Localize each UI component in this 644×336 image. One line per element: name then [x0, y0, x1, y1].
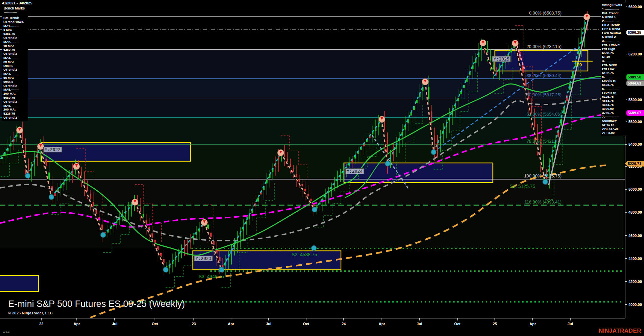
benchmarks-panel-line: UTrend 2 — [3, 68, 28, 72]
price-axis-label: 4400.00 — [628, 257, 642, 261]
swing-pivots-panel-line: 4538.75 — [602, 99, 626, 103]
year-range-box-label[interactable]: Y:2025 — [492, 56, 511, 62]
benchmarks-panel-line: 10 MA: — [3, 44, 28, 48]
swing-pivots-panel-line: Pvt. Next: — [602, 63, 626, 67]
svg-text:0.00% (6508.75): 0.00% (6508.75) — [529, 10, 561, 16]
benchmarks-panel-line: MA3.------- — [3, 56, 28, 60]
svg-text:20.00% (6232.15): 20.00% (6232.15) — [527, 44, 561, 49]
time-axis-label: 23 — [192, 322, 196, 326]
swing-pivots-panel-line: Levels R: — [602, 79, 626, 83]
price-marker: 5226.71 — [625, 161, 644, 167]
ninjatrader-logo: NINJATRADER — [599, 328, 641, 334]
swing-pivots-panel-line: Pvt. Evolve: — [602, 43, 626, 47]
swing-pivots-panel: Swing Pivots1.-------------Pvt. Trend:UT… — [601, 2, 626, 136]
price-chart-canvas[interactable]: 0.00% (6508.75)20.00% (6232.15)38.20% (5… — [0, 0, 644, 336]
benchmarks-panel-line: UTrend 104% — [3, 20, 28, 24]
time-axis-label: Oct — [303, 322, 309, 326]
swing-pivots-panel-line: 6508.75 — [602, 83, 626, 87]
price-axis-label: 4800.00 — [628, 210, 642, 214]
time-axis-label: Oct — [454, 322, 460, 326]
year-range-box-label[interactable]: Y:2024 — [345, 168, 364, 174]
ninjatrader-chart-window: 0.00% (6508.75)20.00% (6232.15)38.20% (5… — [0, 0, 644, 336]
swing-pivots-panel-line: 6508.75 — [602, 51, 626, 55]
swing-pivots-panel-line: SP's: 64 — [602, 123, 626, 127]
swing-pivots-panel-line: 2.------------- — [602, 19, 626, 23]
swing-pivots-panel-line: 5125.75 — [602, 95, 626, 99]
copyright-label: © 2025 NinjaTrader, LLC — [8, 311, 53, 315]
swing-pivots-panel-line: AF: 8.00 — [602, 131, 626, 135]
price-axis-label: 4200.00 — [628, 280, 642, 284]
swing-pivots-panel-line: Levels S: — [602, 91, 626, 95]
time-axis-label: Jul — [266, 322, 271, 326]
svg-text:S1: 5125.75: S1: 5125.75 — [510, 184, 535, 189]
swing-pivots-panel-line: 3.------------- — [602, 39, 626, 43]
benchmarks-panel-line: 5689.75 — [3, 96, 28, 100]
time-axis-label: Apr — [74, 322, 80, 326]
price-axis-label: 5400.00 — [628, 142, 642, 146]
svg-text:38.20% (5980.44): 38.20% (5980.44) — [527, 73, 561, 78]
benchmarks-panel-line: 6280.75 — [3, 48, 28, 52]
benchmarks-panel-line: MA4.------- — [3, 72, 28, 76]
benchmarks-panel-line: 20 MA: — [3, 60, 28, 64]
time-axis-label: 25 — [493, 322, 497, 326]
price-marker: 5989.50 — [625, 74, 644, 80]
benchmarks-panel-line: UTrend 2 — [3, 100, 28, 104]
swing-pivots-panel-line: Lo:0 Neutral — [602, 31, 626, 35]
swing-pivots-panel-line: 4.------------- — [602, 59, 626, 63]
price-axis-label: 6600.00 — [628, 5, 642, 9]
price-axis-label: 4000.00 — [628, 303, 642, 307]
benchmarks-panel-line: UTrend 2 — [3, 52, 28, 56]
benchmarks-panel-line: UTrend 2 — [3, 116, 28, 120]
swing-pivots-panel-line: 4348.75 — [602, 103, 626, 107]
benchmarks-panel-line: UTrend 2 — [3, 36, 28, 40]
time-axis-label: 24 — [342, 322, 346, 326]
benchmarks-panel-line: 5 MA: — [3, 28, 28, 32]
swing-pivots-panel-line: 7.------------- — [602, 115, 626, 119]
swing-pivots-panel-line: 6182.75 — [602, 71, 626, 75]
swing-pivots-panel-line: 4079.00 — [602, 107, 626, 111]
swing-pivots-panel-line: 6.------------- — [602, 87, 626, 91]
benchmarks-panel-line: 100 MA: — [3, 92, 28, 96]
benchmarks-panel-line: 200 MA: — [3, 107, 28, 112]
year-range-box-label[interactable]: Y:2022 — [43, 147, 62, 152]
price-axis-label: 6200.00 — [628, 52, 642, 56]
price-axis-label: 4600.00 — [628, 234, 642, 238]
chart-title: E-mini S&P 500 Futures ES 09-25 (Weekly) — [8, 299, 185, 309]
swing-pivots-panel-line: UTrend 1 — [602, 15, 626, 19]
benchmarks-panel-line: 6381.75 — [3, 32, 28, 36]
swing-pivots-panel-line: Pvt Low — [602, 67, 626, 71]
price-marker: 5689.67 — [625, 110, 644, 116]
swing-pivots-panel-line: D: 19 — [602, 55, 626, 59]
swing-pivots-panel-line: Pvt. Trend: — [602, 11, 626, 15]
benchmarks-panel-line: MA1.------- — [3, 24, 28, 28]
swing-pivots-panel-line: UTrend 2 — [602, 35, 626, 39]
swing-pivots-panel-line: 5.------------- — [602, 75, 626, 79]
svg-text:100.00% (5125.75): 100.00% (5125.75) — [524, 173, 561, 178]
year-range-box-label[interactable]: Y:2023 — [194, 256, 213, 261]
benchmarks-panel-line: 5944.5 — [3, 80, 28, 84]
benchmarks-panel-line: 5226.75 — [3, 112, 28, 116]
benchmarks-divider: ------------ — [4, 10, 17, 14]
svg-text:S3: 4348.75: S3: 4348.75 — [199, 274, 224, 279]
swing-pivots-panel-line: Swing Pivots — [602, 3, 626, 7]
time-axis-label: Oct — [152, 322, 158, 326]
swing-pivots-panel-line: HiLo Trend: — [602, 23, 626, 27]
benchmarks-panel-line: MA5.------- — [3, 88, 28, 92]
swing-pivots-panel-line: AR: 487.25 — [602, 127, 626, 131]
instrument-tag: W ES — [3, 330, 9, 333]
date-range-label: 41/2021 - 34/2025 — [2, 1, 32, 5]
benchmarks-panel-line: 55 MA: — [3, 76, 28, 80]
benchmarks-panel-line: MA2.------- — [3, 40, 28, 44]
price-axis-label: 5000.00 — [628, 187, 642, 191]
svg-text:S2: 4538.75: S2: 4538.75 — [292, 252, 317, 257]
benchmarks-panel: BM Trend:UTrend 104%MA1.-------5 MA:6381… — [2, 15, 28, 121]
swing-pivots-panel-line: Summary — [602, 119, 626, 123]
time-axis-label: Apr — [228, 322, 234, 326]
benchmarks-title: Bench Marks — [4, 6, 25, 10]
time-axis-label: Jul — [568, 322, 573, 326]
benchmarks-panel-line: 5989.5 — [3, 64, 28, 68]
benchmarks-panel-line: UTrend 2 — [3, 84, 28, 88]
svg-text:F0: F0 — [577, 62, 582, 67]
time-axis-label: Jul — [112, 322, 117, 326]
price-marker: 6396.25 — [625, 30, 644, 35]
